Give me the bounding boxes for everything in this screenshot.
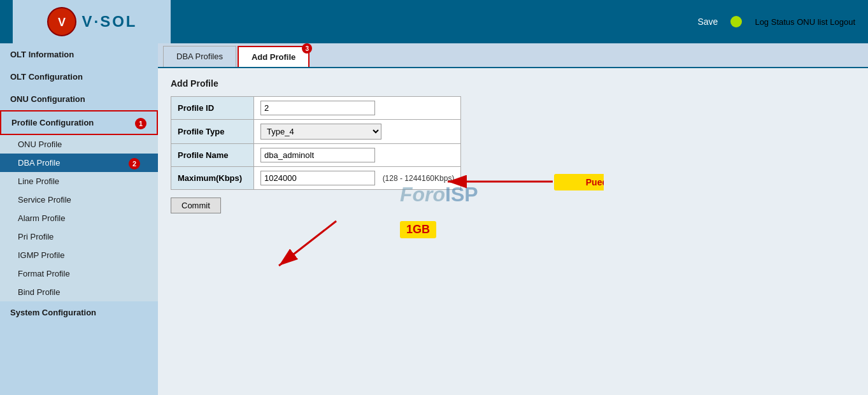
header: V V·SOL Save Log Status ONU list Logout bbox=[0, 0, 868, 43]
one-gb-annotation: 1GB bbox=[400, 221, 436, 238]
sidebar-item-profile-configuration[interactable]: Profile Configuration 1 bbox=[0, 110, 158, 135]
maximum-kbps-label: Maximum(Kbps) bbox=[171, 167, 254, 190]
add-profile-form: Profile ID Profile Type Type_1 Type_2 Ty… bbox=[171, 96, 461, 190]
tab-add-profile-label: Add Profile bbox=[252, 52, 295, 62]
sidebar: OLT Information OLT Configuration ONU Co… bbox=[0, 43, 158, 395]
sidebar-item-olt-configuration[interactable]: OLT Configuration bbox=[0, 66, 158, 88]
form-title: Add Profile bbox=[171, 78, 855, 89]
profile-type-select[interactable]: Type_1 Type_2 Type_3 Type_4 Type_5 bbox=[260, 124, 381, 140]
sidebar-item-dba-profile[interactable]: DBA Profile 2 bbox=[0, 154, 158, 172]
tab-add-profile[interactable]: Add Profile 3 bbox=[238, 46, 309, 67]
svg-rect-4 bbox=[554, 174, 604, 190]
maximum-kbps-input[interactable] bbox=[260, 171, 375, 185]
profile-type-label: Profile Type bbox=[171, 120, 254, 144]
dba-profile-label: DBA Profile bbox=[18, 158, 60, 168]
svg-line-7 bbox=[279, 221, 336, 266]
commit-down-arrow bbox=[247, 215, 406, 278]
profile-type-row: Profile Type Type_1 Type_2 Type_3 Type_4… bbox=[171, 120, 461, 144]
maximum-kbps-row: Maximum(Kbps) (128 - 1244160Kbps) bbox=[171, 167, 461, 190]
sidebar-item-bind-profile[interactable]: Bind Profile bbox=[0, 283, 158, 301]
profile-id-cell bbox=[254, 97, 461, 120]
main-layout: OLT Information OLT Configuration ONU Co… bbox=[0, 43, 868, 395]
save-button[interactable]: Save bbox=[697, 17, 718, 27]
tab-dba-profiles[interactable]: DBA Profiles bbox=[163, 46, 236, 67]
profile-name-label: Profile Name bbox=[171, 144, 254, 167]
log-link[interactable]: Log bbox=[755, 17, 769, 27]
onu-list-link[interactable]: ONU list bbox=[797, 17, 827, 27]
commit-button[interactable]: Commit bbox=[171, 198, 221, 213]
tabs-bar: DBA Profiles Add Profile 3 bbox=[158, 43, 868, 68]
svg-text:V: V bbox=[58, 16, 66, 29]
status-link[interactable]: Status bbox=[771, 17, 795, 27]
profile-configuration-label: Profile Configuration bbox=[11, 118, 94, 127]
sidebar-item-onu-configuration[interactable]: ONU Configuration bbox=[0, 88, 158, 110]
profile-configuration-badge: 1 bbox=[135, 118, 146, 129]
sidebar-item-service-profile[interactable]: Service Profile bbox=[0, 190, 158, 209]
sidebar-item-onu-profile[interactable]: ONU Profile bbox=[0, 135, 158, 154]
tab-add-profile-badge: 3 bbox=[302, 43, 312, 54]
status-indicator bbox=[730, 16, 742, 27]
sidebar-item-igmp-profile[interactable]: IGMP Profile bbox=[0, 246, 158, 264]
maximum-kbps-cell: (128 - 1244160Kbps) bbox=[254, 167, 461, 190]
sidebar-item-pri-profile[interactable]: Pri Profile bbox=[0, 227, 158, 246]
sidebar-item-format-profile[interactable]: Format Profile bbox=[0, 264, 158, 283]
form-section: Add Profile Profile ID Profile Type Type… bbox=[158, 68, 868, 224]
main-content: DBA Profiles Add Profile 3 Add Profile P… bbox=[158, 43, 868, 395]
profile-id-label: Profile ID bbox=[171, 97, 254, 120]
profile-id-row: Profile ID bbox=[171, 97, 461, 120]
profile-type-cell: Type_1 Type_2 Type_3 Type_4 Type_5 bbox=[254, 120, 461, 144]
sidebar-item-olt-information[interactable]: OLT Information bbox=[0, 43, 158, 66]
profile-name-input[interactable] bbox=[260, 148, 375, 162]
sidebar-item-alarm-profile[interactable]: Alarm Profile bbox=[0, 209, 158, 227]
vsol-logo-icon: V bbox=[46, 6, 78, 38]
svg-text:Puede agregar el nombre que de: Puede agregar el nombre que desee bbox=[586, 177, 604, 187]
dba-profile-badge: 2 bbox=[129, 158, 140, 169]
sidebar-item-system-configuration[interactable]: System Configuration bbox=[0, 301, 158, 324]
profile-name-cell bbox=[254, 144, 461, 167]
profile-name-row: Profile Name bbox=[171, 144, 461, 167]
kbps-range-text: (128 - 1244160Kbps) bbox=[378, 174, 455, 183]
header-nav: Log Status ONU list Logout bbox=[755, 17, 855, 27]
logo-area: V V·SOL bbox=[13, 0, 171, 43]
sidebar-item-line-profile[interactable]: Line Profile bbox=[0, 172, 158, 190]
logo-text: V·SOL bbox=[82, 13, 137, 31]
profile-id-input[interactable] bbox=[260, 101, 375, 115]
header-right: Save Log Status ONU list Logout bbox=[697, 16, 855, 27]
logout-link[interactable]: Logout bbox=[830, 17, 855, 27]
